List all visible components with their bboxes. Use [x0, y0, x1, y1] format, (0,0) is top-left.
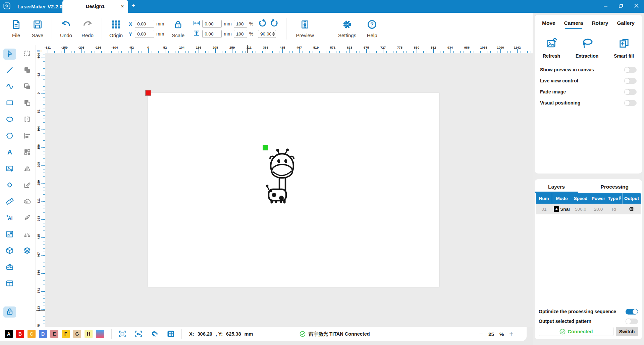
canvas-area[interactable]: mm -311-259-208-156-104-5205210415620825… [36, 45, 533, 327]
layers-tool[interactable] [21, 246, 34, 257]
weld-tool[interactable] [21, 196, 34, 207]
rotate-ccw-icon[interactable] [258, 18, 267, 29]
rectangle-tool[interactable] [3, 98, 16, 109]
vector-pen-tool[interactable] [21, 213, 34, 224]
layer-visibility-button[interactable] [623, 206, 641, 212]
close-button[interactable] [629, 0, 644, 13]
visual-positioning-toggle[interactable] [624, 100, 637, 106]
box-3d-tool[interactable] [3, 246, 16, 257]
ellipse-tool[interactable] [3, 114, 16, 125]
layer-speed[interactable]: 500.0 [572, 207, 590, 212]
curve-tool[interactable] [3, 81, 16, 92]
measure-tool[interactable] [3, 196, 16, 207]
frame-select-icon[interactable] [118, 330, 126, 338]
eraser-tool[interactable] [3, 180, 16, 191]
layout-tool[interactable] [3, 278, 16, 289]
union-tool[interactable] [21, 65, 34, 76]
tab-layers[interactable]: Layers [548, 184, 565, 193]
fade-image-toggle[interactable] [624, 89, 637, 95]
device-connected-icon [300, 331, 306, 337]
height-percent-input[interactable] [234, 30, 247, 38]
document-tab[interactable]: Design1 × [62, 0, 128, 13]
layer-mode[interactable]: Shal [560, 207, 570, 212]
color-swatch-g[interactable]: G [73, 330, 81, 338]
rotate-cw-icon[interactable] [269, 18, 279, 29]
layer-row[interactable]: 01 A Shal 500.0 20.0 RF [536, 204, 641, 214]
color-swatch-h[interactable]: H [85, 330, 93, 338]
nesting-tool[interactable] [3, 229, 16, 240]
tab-move[interactable]: Move [542, 20, 555, 29]
height-input[interactable] [202, 30, 222, 38]
origin-button[interactable]: Origin [105, 19, 127, 38]
settings-button[interactable]: Settings [333, 19, 361, 38]
align-tool[interactable] [21, 131, 34, 142]
magnet-icon[interactable] [151, 330, 159, 338]
help-button[interactable]: ? Help [361, 19, 383, 38]
restore-button[interactable] [613, 0, 629, 13]
tab-close-icon[interactable]: × [121, 3, 124, 10]
tab-processing[interactable]: Processing [600, 184, 629, 193]
mirror-split-tool[interactable] [21, 114, 34, 125]
tab-camera[interactable]: Camera [564, 20, 583, 29]
switch-device-button[interactable]: Switch [616, 327, 638, 336]
extraction-button[interactable]: Extraction [576, 38, 598, 59]
break-apart-tool[interactable] [21, 229, 34, 240]
import-image-tool[interactable] [3, 163, 16, 175]
gradient-swatch[interactable] [96, 330, 104, 338]
ai-draw-tool[interactable]: AI [3, 213, 16, 224]
tab-gallery[interactable]: Gallery [617, 20, 635, 29]
fit-selection-icon[interactable] [135, 330, 143, 338]
layer-type[interactable]: RF [607, 207, 623, 212]
minimize-button[interactable] [598, 0, 613, 13]
color-swatch-c[interactable]: C [28, 330, 36, 338]
tab-rotary[interactable]: Rotary [592, 20, 608, 29]
origin-marker[interactable] [145, 90, 151, 96]
node-edit-tool[interactable] [21, 180, 34, 191]
home-button[interactable] [0, 2, 13, 11]
save-button[interactable]: Save [27, 19, 48, 38]
zoom-in-button[interactable]: + [509, 330, 513, 338]
color-swatch-d[interactable]: D [39, 330, 47, 338]
x-position-input[interactable] [135, 20, 154, 28]
color-swatch-b[interactable]: B [16, 330, 24, 338]
output-selected-toggle[interactable] [626, 319, 638, 324]
scale-lock-button[interactable]: Scale [167, 19, 189, 38]
color-swatch-a[interactable]: A [5, 330, 13, 338]
copy-tool[interactable] [21, 81, 34, 92]
giraffe-drawing[interactable] [267, 148, 298, 203]
angle-spinner-up[interactable] [272, 32, 275, 33]
toolbox-tool[interactable] [3, 262, 16, 273]
color-swatch-f[interactable]: F [62, 330, 70, 338]
undo-button[interactable]: Undo [55, 19, 77, 38]
color-swatch-e[interactable]: E [50, 330, 58, 338]
flip-horizontal-tool[interactable] [21, 163, 34, 175]
redo-button[interactable]: Redo [77, 19, 98, 38]
text-tool[interactable]: A [3, 147, 16, 158]
file-button[interactable]: File [5, 19, 27, 38]
subtract-tool[interactable] [21, 98, 34, 109]
canvas-viewport[interactable] [45, 53, 533, 327]
polygon-tool[interactable] [3, 131, 16, 142]
optimize-toggle[interactable] [626, 309, 638, 315]
width-percent-input[interactable] [234, 20, 247, 28]
width-input[interactable] [202, 20, 222, 28]
preview-button[interactable]: Preview [290, 19, 320, 38]
new-tab-button[interactable]: + [131, 2, 135, 9]
layer-color-badge[interactable]: A [554, 206, 559, 212]
marquee-select-tool[interactable] [21, 49, 34, 60]
zoom-out-button[interactable]: − [479, 330, 483, 338]
live-view-control-toggle[interactable] [624, 78, 637, 84]
angle-spinner-down[interactable] [272, 34, 275, 36]
grid-icon[interactable] [167, 330, 175, 338]
smart-fill-button[interactable]: Smart fill [614, 38, 634, 59]
cursor-y: 625.38 [226, 331, 241, 337]
refresh-button[interactable]: Refresh [543, 38, 560, 59]
line-tool[interactable] [3, 65, 16, 76]
layer-power[interactable]: 20.0 [590, 207, 607, 212]
lock-tool[interactable] [3, 306, 16, 318]
select-tool[interactable] [3, 49, 16, 60]
show-preview-in-canvas-toggle[interactable] [624, 67, 637, 73]
y-position-input[interactable] [135, 30, 154, 38]
arrange-tool[interactable] [21, 147, 34, 158]
text-icon: A [6, 148, 14, 157]
